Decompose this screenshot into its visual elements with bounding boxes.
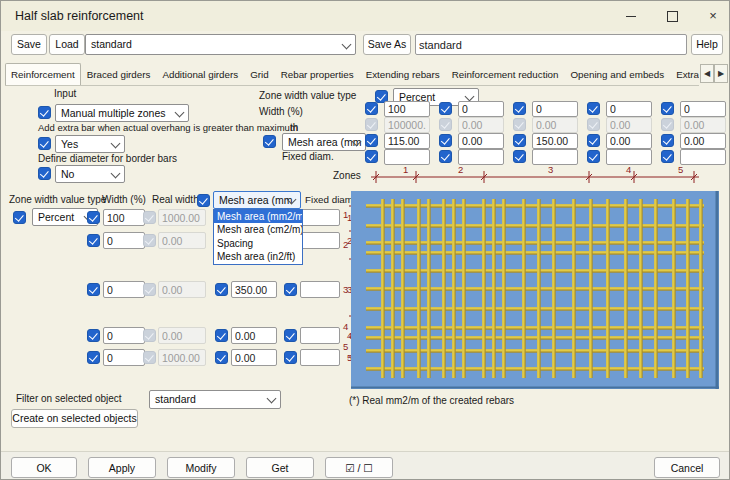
zone4-mesh-input[interactable] (606, 133, 652, 149)
row3-mesh-checkbox[interactable] (215, 283, 228, 296)
zone1-fixed-checkbox[interactable] (365, 150, 378, 163)
zone2-fixed-checkbox[interactable] (439, 150, 452, 163)
mesh-area-combobox[interactable]: Mesh area (mm (282, 133, 366, 151)
row1-type-checkbox[interactable] (13, 211, 26, 224)
row5-mesh-input[interactable] (231, 349, 277, 366)
row3-width-checkbox[interactable] (87, 283, 100, 296)
zone2-width-input[interactable] (458, 101, 504, 117)
zone5-width-input[interactable] (680, 101, 726, 117)
minimize-icon (626, 16, 636, 17)
row3-width-input[interactable] (103, 281, 145, 298)
tab-extra-rebars[interactable]: Extra rebars (670, 63, 699, 85)
zone1-mesh-checkbox[interactable] (365, 134, 378, 147)
ok-button[interactable]: OK (11, 457, 77, 478)
zone1-width-checkbox[interactable] (365, 102, 378, 115)
zone3-width-input[interactable] (532, 101, 578, 117)
tab-reinforcement-reduction[interactable]: Reinforcement reduction (446, 63, 565, 85)
table-mesh-combobox[interactable]: Mesh area (mm (213, 191, 301, 209)
zone3-mesh-checkbox[interactable] (513, 134, 526, 147)
tab-rebar-properties[interactable]: Rebar properties (275, 63, 360, 85)
zone2-mesh-input[interactable] (458, 133, 504, 149)
row1-width-checkbox[interactable] (87, 211, 100, 224)
table-mesh-checkbox[interactable] (197, 194, 210, 207)
tab-scroll-right-button[interactable]: ▶ (714, 64, 728, 83)
tab-reinforcement[interactable]: Reinforcement (5, 63, 81, 85)
overhang-label: Add extra bar when actual overhang is gr… (38, 122, 298, 133)
preset-combobox[interactable]: standard (85, 34, 356, 55)
row1-width-input[interactable] (103, 209, 145, 226)
minimize-button[interactable] (614, 1, 648, 31)
filter-value: standard (155, 393, 196, 405)
zone3-width-checkbox[interactable] (513, 102, 526, 115)
tab-scroll-left-button[interactable]: ◀ (700, 64, 714, 83)
row4-fixed-input[interactable] (300, 327, 340, 344)
input-mode-combobox[interactable]: Manual multiple zones (55, 104, 189, 122)
dropdown-option[interactable]: Mesh area (in2/ft) (214, 250, 302, 263)
overhang-checkbox[interactable] (38, 137, 51, 150)
overhang-combobox[interactable]: Yes (55, 135, 125, 153)
input-mode-checkbox[interactable] (38, 106, 51, 119)
zone5-mesh-checkbox[interactable] (661, 134, 674, 147)
zone1-real-input (384, 117, 430, 133)
zone4-width-input[interactable] (606, 101, 652, 117)
help-button[interactable]: Help (691, 34, 723, 55)
border-bars-combobox[interactable]: No (55, 165, 125, 183)
zone2-mesh-checkbox[interactable] (439, 134, 452, 147)
mesh-area-checkbox[interactable] (263, 135, 276, 148)
dropdown-option[interactable]: Spacing (214, 237, 302, 250)
row5-mesh-checkbox[interactable] (215, 351, 228, 364)
row2-width-checkbox[interactable] (87, 234, 100, 247)
tab-extending-rebars[interactable]: Extending rebars (360, 63, 446, 85)
create-on-selected-button[interactable]: Create on selected objects (11, 409, 138, 428)
row5-fixed-input[interactable] (300, 349, 340, 366)
zone4-fixed-checkbox[interactable] (587, 150, 600, 163)
dropdown-option[interactable]: Mesh area (mm2/m (214, 210, 302, 223)
modify-button[interactable]: Modify (167, 457, 235, 478)
zone3-fixed-checkbox[interactable] (513, 150, 526, 163)
border-bars-checkbox[interactable] (38, 167, 51, 180)
zone5-width-checkbox[interactable] (661, 102, 674, 115)
row2-fixed-input[interactable] (300, 232, 340, 249)
close-button[interactable]: × (696, 1, 730, 31)
tab-braced-girders[interactable]: Braced girders (81, 63, 157, 85)
cancel-button[interactable]: Cancel (654, 457, 720, 478)
row4-width-input[interactable] (103, 327, 145, 344)
row2-width-input[interactable] (103, 232, 145, 249)
zone2-width-checkbox[interactable] (439, 102, 452, 115)
row5-width-input[interactable] (103, 349, 145, 366)
row1-real-width-input (158, 209, 206, 226)
zone1-mesh-input[interactable] (384, 133, 430, 149)
zone4-width-checkbox[interactable] (587, 102, 600, 115)
row4-mesh-input[interactable] (231, 327, 277, 344)
tab-opening-and-embeds[interactable]: Opening and embeds (564, 63, 670, 85)
zone5-fixed-checkbox[interactable] (661, 150, 674, 163)
row5-width-checkbox[interactable] (87, 351, 100, 364)
load-button[interactable]: Load (49, 34, 85, 55)
tab-additional-girders[interactable]: Additional girders (156, 63, 244, 85)
zone5-mesh-input[interactable] (680, 133, 726, 149)
zone3-mesh-input[interactable] (532, 133, 578, 149)
row5-fixed-checkbox[interactable] (284, 351, 297, 364)
svg-text:1: 1 (343, 209, 348, 220)
save-as-button[interactable]: Save As (363, 34, 411, 55)
zone2-real-input (458, 117, 504, 133)
dropdown-option[interactable]: Mesh area (cm2/m) (214, 223, 302, 236)
zone1-width-input[interactable] (384, 101, 430, 117)
apply-button[interactable]: Apply (88, 457, 156, 478)
maximize-button[interactable] (655, 1, 689, 31)
filter-combobox[interactable]: standard (149, 390, 281, 409)
row3-fixed-checkbox[interactable] (284, 283, 297, 296)
row1-fixed-input[interactable] (300, 209, 340, 226)
row4-width-checkbox[interactable] (87, 329, 100, 342)
get-button[interactable]: Get (246, 457, 314, 478)
row3-fixed-input[interactable] (300, 281, 340, 298)
row3-mesh-input[interactable] (231, 281, 277, 298)
mesh-area-dropdown-list: Mesh area (mm2/mMesh area (cm2/m)Spacing… (213, 209, 303, 265)
zone4-mesh-checkbox[interactable] (587, 134, 600, 147)
toggle-all-checkboxes-button[interactable]: ☑ / ☐ (325, 457, 393, 478)
row4-mesh-checkbox[interactable] (215, 329, 228, 342)
row4-fixed-checkbox[interactable] (284, 329, 297, 342)
tab-grid[interactable]: Grid (244, 63, 275, 85)
save-button[interactable]: Save (11, 34, 47, 55)
preset-name-input[interactable] (415, 34, 687, 55)
